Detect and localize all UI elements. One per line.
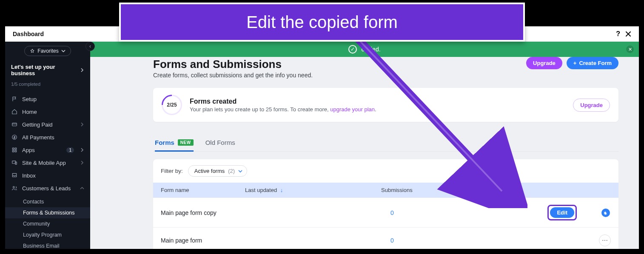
forms-table: Filter by: Active forms (2) Form name La… [153, 159, 618, 249]
nav-label: Customers & Leads [22, 185, 71, 192]
chevron-down-icon [238, 169, 242, 173]
favorites-button[interactable]: Favorites [24, 46, 71, 56]
nav-home[interactable]: Home [5, 105, 90, 118]
content: ✓ copied. ✕ Forms and Submissions Create… [90, 42, 639, 249]
nav-apps[interactable]: Apps 1 [5, 144, 90, 156]
nav-setup[interactable]: Setup [5, 93, 90, 105]
quota-sub-prefix: Your plan lets you create up to 25 forms… [190, 106, 330, 113]
toast-text: copied. [361, 46, 380, 53]
edit-button-highlight: Edit [547, 205, 577, 220]
sub-forms-submissions[interactable]: Forms & Submissions [5, 207, 90, 218]
favorites-label: Favorites [37, 48, 58, 54]
col-last-updated[interactable]: Last updated ↓ [245, 187, 381, 193]
more-button[interactable]: ⋯ [599, 234, 611, 246]
svg-rect-2 [12, 123, 17, 126]
filter-row: Filter by: Active forms (2) [153, 159, 618, 183]
close-icon[interactable] [625, 31, 631, 37]
nav-getting-paid[interactable]: Getting Paid [5, 118, 90, 131]
col-form-name[interactable]: Form name [161, 187, 245, 193]
toast-close-button[interactable]: ✕ [626, 45, 634, 53]
filter-value: Active forms [194, 168, 225, 174]
chevron-down-icon [61, 49, 66, 53]
check-icon: ✓ [348, 45, 357, 54]
flag-icon [11, 96, 18, 102]
tab-forms-label: Forms [155, 139, 174, 146]
chevron-right-icon [80, 148, 84, 152]
row-actions: Edit [509, 205, 577, 220]
quota-ring: 2/25 [162, 95, 182, 115]
setup-progress-text: 1/5 completed [5, 82, 90, 91]
col-last-updated-label: Last updated [245, 187, 277, 193]
nav-list: Setup Home Getting Paid All Payments [5, 91, 90, 196]
annotation-banner: Edit the copied form [119, 3, 525, 42]
svg-point-6 [13, 186, 15, 188]
annotation-text: Edit the copied form [246, 13, 398, 32]
home-icon [11, 108, 18, 115]
quota-subtitle: Your plan lets you create up to 25 forms… [190, 106, 376, 113]
row-submissions[interactable]: 0 [390, 237, 509, 244]
row-more-cell: ⋯ [577, 234, 611, 246]
sub-loyalty[interactable]: Loyalty Program [5, 229, 90, 240]
chevron-right-icon [80, 122, 84, 127]
card-icon [11, 121, 18, 128]
inbox-icon [11, 172, 18, 179]
star-icon [30, 48, 35, 54]
row-form-name: Main page form copy [161, 209, 254, 216]
topbar-title: Dashboard [13, 31, 44, 37]
apps-icon [11, 147, 18, 153]
quota-card: 2/25 Forms created Your plan lets you cr… [153, 88, 618, 122]
filter-count: (2) [228, 168, 235, 174]
nav-label: Inbox [22, 172, 36, 179]
sidebar: ‹ Favorites Let's set up your business 1… [5, 42, 90, 249]
create-form-button[interactable]: + Create Form [567, 57, 618, 69]
devices-icon [11, 159, 18, 166]
success-toast: ✓ copied. ✕ [90, 42, 639, 57]
tab-forms[interactable]: Forms NEW [155, 135, 194, 152]
tabs: Forms NEW Old Forms [153, 135, 618, 152]
dollar-icon [11, 134, 18, 141]
edit-button[interactable]: Edit [550, 207, 574, 218]
nav-site-mobile[interactable]: Site & Mobile App [5, 156, 90, 169]
sub-community[interactable]: Community [5, 218, 90, 229]
nav-label: Site & Mobile App [22, 160, 66, 166]
setup-banner[interactable]: Let's set up your business [5, 59, 90, 78]
filter-select[interactable]: Active forms (2) [188, 165, 247, 177]
upgrade-button[interactable]: Upgrade [526, 57, 562, 69]
create-form-label: Create Form [579, 60, 612, 66]
quota-upgrade-button[interactable]: Upgrade [573, 99, 610, 112]
sub-contacts[interactable]: Contacts [5, 196, 90, 207]
quota-sub-suffix: . [375, 106, 376, 113]
new-badge: NEW [178, 139, 194, 146]
table-row[interactable]: Main page form0⋯ [153, 227, 618, 249]
tab-old-forms[interactable]: Old Forms [205, 135, 235, 152]
chevron-right-icon [80, 161, 84, 165]
page-subtitle: Create forms, collect submissions and ge… [153, 72, 313, 79]
chevron-up-icon [80, 186, 84, 190]
sidebar-collapse-button[interactable]: ‹ [85, 42, 95, 51]
chevron-right-icon [80, 68, 84, 72]
nav-all-payments[interactable]: All Payments [5, 131, 90, 144]
table-row[interactable]: Main page form copy0Edit [153, 198, 618, 227]
nav-label: Getting Paid [22, 121, 53, 128]
plus-icon: + [573, 60, 577, 66]
table-header: Form name Last updated ↓ Submissions [153, 183, 618, 198]
nav-label: Setup [22, 96, 37, 102]
cursor-indicator [601, 208, 611, 218]
nav-label: All Payments [22, 134, 54, 141]
row-form-name: Main page form [161, 237, 254, 244]
col-submissions[interactable]: Submissions [381, 187, 509, 193]
sort-down-icon: ↓ [280, 187, 283, 193]
upgrade-plan-link[interactable]: upgrade your plan [330, 106, 375, 113]
nav-customers-leads[interactable]: Customers & Leads [5, 182, 90, 195]
tab-old-forms-label: Old Forms [205, 139, 235, 146]
sub-business-email[interactable]: Business Email [5, 240, 90, 249]
page-title: Forms and Submissions [153, 58, 313, 71]
nav-label: Home [22, 109, 37, 115]
users-icon [11, 185, 18, 192]
nav-inbox[interactable]: Inbox [5, 169, 90, 182]
quota-title: Forms created [190, 98, 376, 105]
filter-label: Filter by: [161, 168, 183, 174]
row-submissions[interactable]: 0 [390, 209, 509, 216]
help-icon[interactable]: ? [616, 30, 620, 38]
row-more-cell [577, 208, 611, 218]
